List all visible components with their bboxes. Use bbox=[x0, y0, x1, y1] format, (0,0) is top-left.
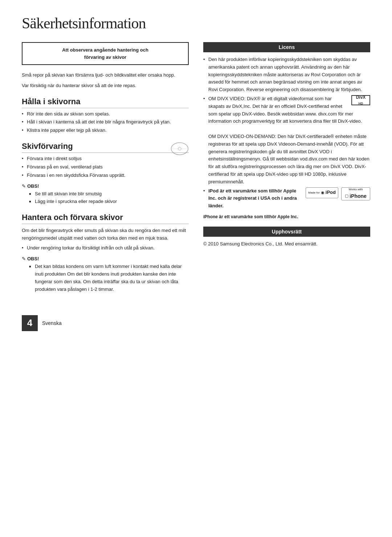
divx-logo-text: DivX bbox=[356, 94, 366, 101]
skiv-obs-label: ✎ OBS! bbox=[22, 183, 189, 189]
upphovsratt-heading: Upphovsrätt bbox=[272, 229, 302, 235]
skivforing-section: Skivförvaring Förvara inte i direkt soll… bbox=[22, 142, 189, 206]
skiv-obs-item-2: Lägg inte i spruckna eller repade skivor bbox=[29, 198, 189, 206]
skiv-item-1: Förvara inte i direkt solljus bbox=[22, 155, 189, 163]
page-number: 4 bbox=[27, 317, 32, 329]
left-column: Att observera angående hantering och för… bbox=[22, 42, 189, 293]
skiv-obs-block: ✎ OBS! Se till att skivan inte blir smut… bbox=[22, 183, 189, 206]
page-title: Säkerhetsinformation bbox=[22, 15, 370, 32]
ipod-text-content: iPod är ett varumärke som tillhör Apple … bbox=[208, 187, 303, 210]
licens-heading: Licens bbox=[279, 44, 295, 50]
ipod-circle-icon: ◉ bbox=[321, 190, 324, 196]
ipod-logo-row: ◉ iPod bbox=[321, 189, 336, 196]
made-for-text: Made for bbox=[308, 191, 320, 195]
intro-text-1: Små repor på skivan kan försämra ljud- o… bbox=[22, 72, 189, 79]
warning-line1: Att observera angående hantering och bbox=[28, 46, 182, 54]
licens-item-2: DivX HD OM DIVX VIDEO: DivX® är ett digi… bbox=[203, 95, 370, 186]
halla-item-2: Håll i skivan i kanterna så att det inte… bbox=[22, 118, 189, 126]
hantera-item-1: Under rengöring torkar du försiktigt ini… bbox=[22, 244, 189, 252]
section-halla-heading: Hålla i skivorna bbox=[22, 97, 189, 108]
hantera-obs-block: ✎ OBS! Det kan bildas kondens om varm lu… bbox=[22, 256, 189, 293]
copyright-text: © 2010 Samsung Electronics Co., Ltd. Med… bbox=[203, 240, 370, 248]
right-column: Licens Den här produkten införlivar kopi… bbox=[203, 42, 370, 293]
hantera-obs-text: OBS! bbox=[27, 256, 39, 261]
iphone-trademark-text: iPhone är ett varumärke som tillhör Appl… bbox=[203, 214, 370, 219]
section-hantera-heading: Hantera och förvara skivor bbox=[22, 213, 189, 224]
halla-item-3: Klistra inte papper eller tejp på skivan… bbox=[22, 127, 189, 134]
upphovsratt-heading-box: Upphovsrätt bbox=[203, 227, 370, 237]
divx-logo: DivX HD bbox=[351, 95, 370, 105]
skiv-obs-list: Se till att skivan inte blir smutsig Läg… bbox=[29, 190, 189, 206]
iphone-badge-label: iPhone bbox=[350, 192, 367, 200]
hantera-obs-list: Det kan bildas kondens om varm luft komm… bbox=[29, 263, 189, 293]
intro-text-2: Var försiktig när du hanterar skivor så … bbox=[22, 82, 189, 90]
language-label: Svenska bbox=[42, 320, 62, 326]
licens-divx-intro: OM DIVX VIDEO: DivX® är ett digitalt vid… bbox=[208, 96, 362, 124]
licens-heading-box: Licens bbox=[203, 42, 370, 52]
iphone-square-icon: ▢ bbox=[345, 193, 348, 199]
ipod-badge-label: iPod bbox=[326, 189, 336, 196]
hantera-bullet-list: Under rengöring torkar du försiktigt ini… bbox=[22, 244, 189, 252]
skiv-item-2: Förvaras på en sval, ventilerad plats bbox=[22, 163, 189, 171]
works-with-iphone-badge: Works with ▢ iPhone bbox=[341, 187, 370, 200]
licens-divx-body: OM DIVX VIDEO-ON-DEMAND: Den här DivX-ce… bbox=[208, 134, 369, 184]
page-number-area: 4 Svenska bbox=[22, 315, 370, 331]
badge-row: iPod är ett varumärke som tillhör Apple … bbox=[208, 187, 370, 210]
hantera-body: Om det blir fingeravtryck eller smuts på… bbox=[22, 227, 189, 242]
skiv-item-3: Förvaras i en ren skyddsficka Förvaras u… bbox=[22, 172, 189, 179]
licens-bullet-list: Den här produkten införlivar kopieringss… bbox=[203, 56, 370, 210]
warning-box: Att observera angående hantering och för… bbox=[22, 42, 189, 65]
page-number-box: 4 bbox=[22, 315, 38, 331]
made-for-ipod-badge: Made for ◉ iPod bbox=[306, 187, 338, 198]
hantera-obs-item-1: Det kan bildas kondens om varm luft komm… bbox=[29, 263, 189, 293]
skiv-obs-item-1: Se till att skivan inte blir smutsig bbox=[29, 190, 189, 198]
ipod-iphone-item: iPod är ett varumärke som tillhör Apple … bbox=[203, 187, 370, 210]
iphone-logo-row: ▢ iPhone bbox=[345, 192, 367, 200]
halla-bullet-list: Rör inte den sida av skivan som spelas. … bbox=[22, 110, 189, 134]
section-skiv-heading: Skivförvaring bbox=[22, 142, 189, 153]
skiv-bullet-list: Förvara inte i direkt solljus Förvaras p… bbox=[22, 155, 189, 179]
skiv-obs-text: OBS! bbox=[27, 183, 39, 189]
ipod-bold-text: iPod är ett varumärke som tillhör Apple … bbox=[208, 188, 297, 209]
pencil-icon-2: ✎ bbox=[22, 256, 26, 261]
licens-item-1: Den här produkten införlivar kopieringss… bbox=[203, 56, 370, 94]
pencil-icon: ✎ bbox=[22, 183, 26, 189]
hantera-obs-label: ✎ OBS! bbox=[22, 256, 189, 261]
warning-line2: förvaring av skivor bbox=[28, 54, 182, 61]
divx-hd-text: HD bbox=[359, 101, 363, 106]
halla-item-1: Rör inte den sida av skivan som spelas. bbox=[22, 110, 189, 118]
works-with-text: Works with bbox=[349, 187, 363, 192]
